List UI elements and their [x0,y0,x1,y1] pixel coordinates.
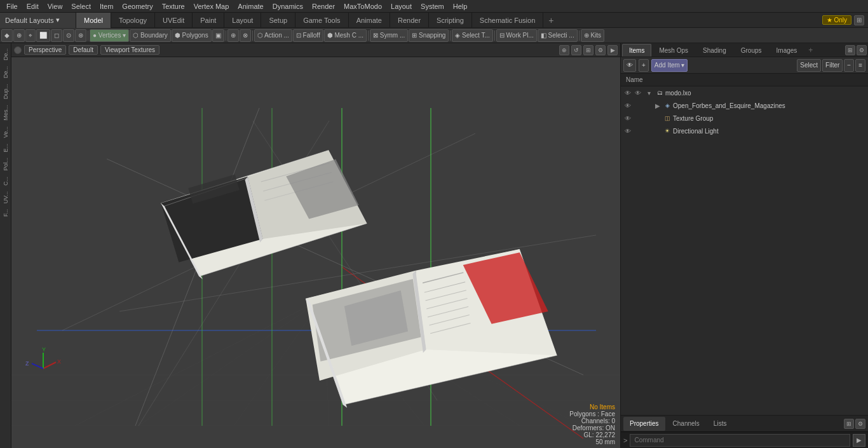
layout-tab-topology[interactable]: Topology [111,13,155,28]
viewport-perspective-dropdown[interactable]: Perspective [24,45,66,55]
item-row-texture-group[interactable]: 👁 ◫ Texture Group [621,112,868,125]
sidebar-tab-1[interactable]: De... [1,64,10,81]
mode-btn-9[interactable]: ⊗ [240,29,251,42]
panel-tab-items[interactable]: Items [622,44,651,57]
menu-render[interactable]: Render [308,0,339,13]
sidebar-tab-6[interactable]: Pol... [1,155,10,173]
command-submit-btn[interactable]: ▶ [853,434,865,447]
layout-expand-button[interactable]: ⊞ [854,15,864,25]
menu-file[interactable]: File [3,0,22,13]
mode-btn-0[interactable]: ◆ [1,29,13,42]
mode-btn-3[interactable]: ⬜ [36,29,50,42]
vp-icon-grid[interactable]: ⊞ [583,45,593,55]
menu-edit[interactable]: Edit [23,0,43,13]
mesh-button[interactable]: ⬢ Mesh C ... [324,29,367,42]
item-arrow-open-forbes[interactable]: ▶ [655,102,661,109]
items-add-btn[interactable]: + [639,59,649,72]
layout-tab-layout[interactable]: Layout [224,13,261,28]
items-select-btn[interactable]: Select [797,59,821,72]
panel-expand-btn[interactable]: ⊞ [845,45,855,55]
layout-tab-setup[interactable]: Setup [261,13,295,28]
star-only-button[interactable]: ★ Only [822,15,851,25]
viewport-texture-dropdown[interactable]: Viewport Textures [100,45,159,55]
bottom-tab-properties[interactable]: Properties [623,417,665,431]
mode-btn-2[interactable]: ⌖ [25,29,36,42]
item-eye-directional-light[interactable]: 👁 [623,126,632,135]
panel-settings-btn[interactable]: ⚙ [857,45,867,55]
boundary-button[interactable]: ⬡ Boundary [130,29,171,42]
menu-item[interactable]: Item [96,0,117,13]
item-row-open-forbes[interactable]: 👁 ▶ ◈ Open_Forbes_and_Esquire_Magazines [621,99,868,112]
action-button[interactable]: ⬡ Action ... [254,29,292,42]
items-eye-btn[interactable]: 👁 [623,59,636,72]
select-t-button[interactable]: ◈ Select T... [452,29,493,42]
viewport-dot[interactable] [14,46,22,54]
layout-tab-paint[interactable]: Paint [193,13,224,28]
bottom-settings-btn[interactable]: ⚙ [855,419,865,429]
add-item-button[interactable]: Add Item ▾ [651,59,688,72]
layout-tab-schematic-fusion[interactable]: Schematic Fusion [472,13,543,28]
item-eye-texture-group[interactable]: 👁 [623,114,632,123]
kits-button[interactable]: ⊕ Kits [581,29,604,42]
item-arrow-modo-lxo[interactable]: ▾ [648,90,654,97]
viewport-shading-dropdown[interactable]: Default [69,45,98,55]
selecti-button[interactable]: ◧ Selecti ... [538,29,578,42]
panel-tab-shading[interactable]: Shading [696,44,733,57]
symm-button[interactable]: ⊠ Symm ... [370,29,408,42]
panel-tab-groups[interactable]: Groups [734,44,769,57]
layout-tab-game-tools[interactable]: Game Tools [295,13,349,28]
vp-icon-rotate[interactable]: ↺ [571,45,581,55]
sidebar-tab-4[interactable]: Ve... [1,124,10,140]
bottom-tab-lists[interactable]: Lists [707,417,733,431]
items-more-btn[interactable]: ≡ [855,59,865,72]
falloff-button[interactable]: ⊡ Falloff [293,29,323,42]
vp-icon-settings[interactable]: ⚙ [595,45,606,55]
mode-btn-8[interactable]: ⊕ [227,29,239,42]
item-row-modo-lxo[interactable]: 👁 👁 ▾ 🗂 modo.lxo [621,86,868,99]
menu-system[interactable]: System [417,0,448,13]
item-eye-open-forbes[interactable]: 👁 [623,101,632,110]
layout-tab-model[interactable]: Model [76,13,111,28]
menu-animate[interactable]: Animate [234,0,267,13]
snapping-button[interactable]: ⊞ Snapping [409,29,449,42]
mode-btn-6[interactable]: ⊛ [75,29,86,42]
mode-btn-5[interactable]: ⊙ [63,29,74,42]
menu-max-to-modo[interactable]: MaxToModo [340,0,386,13]
menu-view[interactable]: View [44,0,67,13]
mode-btn-1[interactable]: ⊕ [13,29,25,42]
menu-select[interactable]: Select [67,0,95,13]
command-input[interactable] [630,434,850,447]
layout-tab-render[interactable]: Render [390,13,429,28]
bottom-expand-btn[interactable]: ⊞ [844,419,854,429]
polygons-button[interactable]: ⬢ Polygons [172,29,212,42]
mode-btn-7[interactable]: ▣ [212,29,224,42]
layout-tab-scripting[interactable]: Scripting [429,13,472,28]
vp-icon-fit[interactable]: ⊕ [559,45,569,55]
bottom-tab-channels[interactable]: Channels [667,417,706,431]
vp-icon-play[interactable]: ▶ [607,45,618,55]
layout-tab-uvedit[interactable]: UVEdit [155,13,193,28]
sidebar-tab-0[interactable]: De... [1,46,10,63]
item-row-directional-light[interactable]: 👁 ☀ Directional Light [621,125,868,137]
items-filter-btn[interactable]: Filter [822,59,843,72]
menu-vertex-map[interactable]: Vertex Map [190,0,233,13]
layout-tab-animate[interactable]: Animate [349,13,390,28]
viewport-canvas[interactable]: X Y Z No Items Polygons : Face Channels:… [11,57,620,448]
sidebar-tab-9[interactable]: F... [1,207,10,219]
menu-geometry[interactable]: Geometry [118,0,156,13]
sidebar-tab-3[interactable]: Mes... [1,102,10,123]
item-eye2-modo-lxo[interactable]: 👁 [634,88,642,97]
menu-help[interactable]: Help [449,0,471,13]
sidebar-tab-7[interactable]: C... [1,174,10,188]
sidebar-tab-2[interactable]: Dup... [1,81,10,102]
menu-dynamics[interactable]: Dynamics [269,0,307,13]
panel-tab-mesh-ops[interactable]: Mesh Ops [652,44,695,57]
layout-dropdown[interactable]: Default Layouts ▾ [0,13,76,28]
vertices-button[interactable]: ● Vertices ▾ [90,29,129,42]
work-pl-button[interactable]: ⊟ Work Pl... [496,29,537,42]
item-eye-modo-lxo[interactable]: 👁 [623,88,632,97]
items-minus-btn[interactable]: − [844,59,854,72]
layout-tab-plus[interactable]: + [543,13,559,28]
panel-tab-plus[interactable]: + [804,46,817,55]
menu-texture[interactable]: Texture [158,0,189,13]
